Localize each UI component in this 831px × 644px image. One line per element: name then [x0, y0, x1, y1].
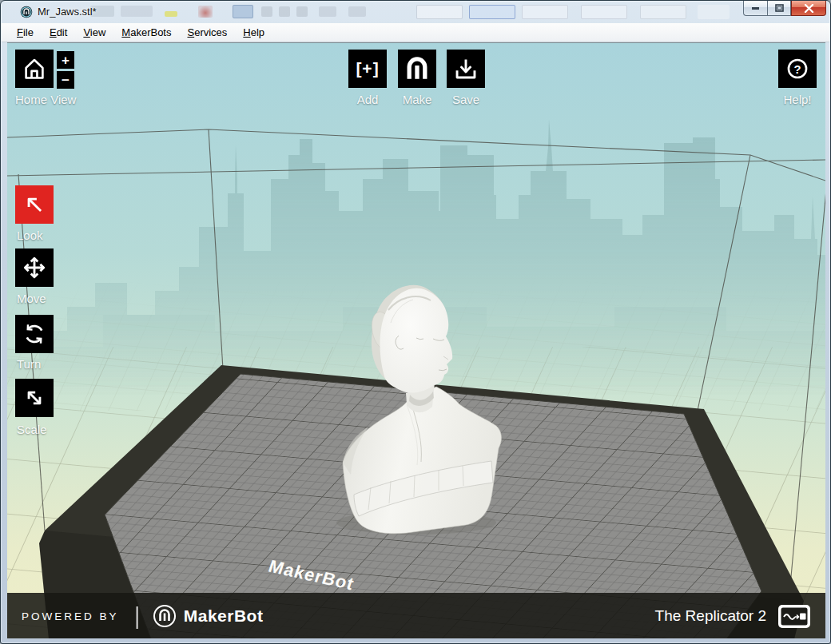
look-tool-button[interactable]: [15, 185, 54, 224]
move-tool-button[interactable]: [15, 248, 54, 287]
help-question-icon: ?: [785, 56, 810, 81]
window-controls: [743, 1, 826, 16]
turn-tool-label: Turn: [17, 357, 41, 371]
maximize-button[interactable]: [767, 1, 791, 16]
save-button[interactable]: [447, 50, 485, 88]
menu-item-file[interactable]: File: [11, 25, 39, 40]
close-icon: [804, 4, 814, 13]
makerbot-wordmark: MakerBot: [184, 606, 264, 626]
add-label: Add: [348, 93, 387, 106]
plus-icon: +: [62, 54, 70, 67]
look-arrow-icon: [22, 193, 46, 217]
add-icon: [+]: [356, 59, 379, 78]
help-button[interactable]: ?: [778, 50, 817, 88]
close-button[interactable]: [791, 1, 826, 16]
help-label: Help!: [778, 93, 817, 106]
viewport-3d-canvas[interactable]: MakerBot + − Home View [+] Add Make: [7, 42, 825, 638]
home-icon: [22, 57, 46, 81]
replicator-printer-icon: [777, 604, 811, 629]
app-window: Mr_Jaws.stl* File Edit View MakerBots Se…: [0, 0, 831, 644]
maximize-icon: [775, 4, 784, 12]
zoom-in-button[interactable]: +: [57, 51, 74, 69]
move-cross-icon: [22, 255, 47, 280]
home-view-button[interactable]: [15, 50, 54, 88]
window-title: Mr_Jaws.stl*: [38, 6, 97, 18]
turn-rotate-icon: [22, 321, 47, 347]
zoom-out-button[interactable]: −: [57, 71, 74, 89]
menu-item-edit[interactable]: Edit: [44, 25, 73, 40]
menu-item-help[interactable]: Help: [237, 25, 270, 40]
printer-name: The Replicator 2: [655, 607, 766, 625]
move-tool-label: Move: [17, 292, 46, 305]
make-label: Make: [398, 93, 436, 106]
look-tool-label: Look: [17, 229, 43, 242]
scale-tool-label: Scale: [17, 423, 47, 436]
save-download-icon: [454, 57, 478, 81]
minimize-icon: [752, 6, 760, 10]
menu-item-view[interactable]: View: [78, 25, 111, 40]
turn-tool-button[interactable]: [15, 315, 54, 353]
3d-scene: [7, 43, 825, 638]
make-button[interactable]: [398, 50, 436, 88]
scale-resize-icon: [22, 386, 46, 410]
footer-brand-bar: POWERED BY | MakerBot The Replicator 2: [7, 593, 825, 638]
powered-by-label: POWERED BY: [22, 610, 119, 622]
makerbot-logo-icon: [153, 604, 177, 628]
window-app-icon[interactable]: [20, 6, 33, 18]
add-button[interactable]: [+]: [348, 50, 387, 88]
svg-text:?: ?: [793, 63, 801, 76]
menu-item-makerbots[interactable]: MakerBots: [116, 25, 177, 40]
titlebar[interactable]: Mr_Jaws.stl*: [1, 1, 830, 23]
menu-item-services[interactable]: Services: [181, 25, 233, 40]
save-label: Save: [447, 93, 485, 106]
home-view-label: Home View: [15, 93, 76, 106]
minimize-button[interactable]: [743, 1, 767, 16]
make-makerbot-m-icon: [405, 57, 429, 81]
menubar: File Edit View MakerBots Services Help: [2, 23, 829, 42]
footer-divider: |: [135, 602, 140, 630]
minus-icon: −: [62, 74, 70, 87]
scale-tool-button[interactable]: [15, 379, 54, 417]
